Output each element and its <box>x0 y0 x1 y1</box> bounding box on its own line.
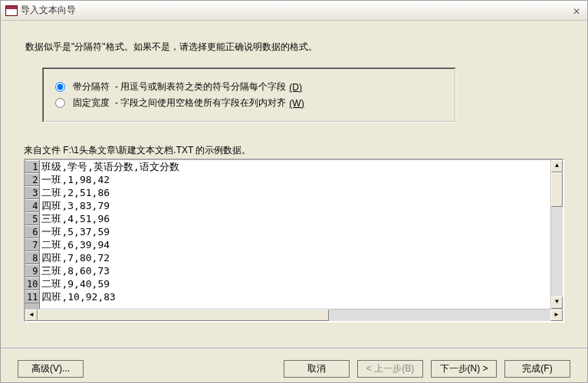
line-number: 6 <box>25 225 39 238</box>
instruction-text: 数据似乎是"分隔符"格式。如果不是，请选择更能正确说明数据的格式。 <box>25 41 564 54</box>
button-bar: 高级(V)... 取消 < 上一步(B) 下一步(N) > 完成(F) <box>1 349 587 382</box>
app-icon <box>5 5 18 16</box>
preview-line: 一班,1,98,42 <box>41 173 550 186</box>
line-number: 10 <box>25 277 39 290</box>
preview-line: 二班,6,39,94 <box>41 238 550 251</box>
scroll-left-icon[interactable]: ◄ <box>25 309 38 321</box>
preview-line: 二班,9,40,59 <box>41 277 550 290</box>
line-number: 5 <box>25 212 39 225</box>
titlebar: 导入文本向导 ⨉ <box>1 1 587 21</box>
vscroll-thumb[interactable] <box>551 172 563 207</box>
radio-delimited-input[interactable] <box>55 82 65 92</box>
line-number-gutter: 1234567891011 <box>25 160 40 309</box>
hscroll-track[interactable] <box>38 309 550 321</box>
source-file-label: 来自文件 F:\1头条文章\新建文本文档.TXT 的示例数据。 <box>24 144 564 157</box>
wizard-window: 导入文本向导 ⨉ 数据似乎是"分隔符"格式。如果不是，请选择更能正确说明数据的格… <box>0 0 588 383</box>
scroll-up-icon[interactable]: ▲ <box>551 160 563 172</box>
line-number: 9 <box>25 264 39 277</box>
scroll-down-icon[interactable]: ▼ <box>551 296 563 309</box>
preview-line: 四班,7,80,72 <box>41 251 550 264</box>
vertical-scrollbar[interactable]: ▲ ▼ <box>550 160 563 309</box>
line-number: 8 <box>25 251 39 264</box>
vscroll-track[interactable] <box>551 172 563 296</box>
line-number: 7 <box>25 238 39 251</box>
line-number: 1 <box>25 160 39 173</box>
data-preview: 1234567891011 班级,学号,英语分数,语文分数一班,1,98,42二… <box>24 159 564 322</box>
radio-fixed-input[interactable] <box>55 98 65 108</box>
line-number: 4 <box>25 199 39 212</box>
line-number: 11 <box>25 290 39 303</box>
finish-button[interactable]: 完成(F) <box>504 360 570 378</box>
close-icon[interactable]: ⨉ <box>570 4 583 17</box>
preview-body: 1234567891011 班级,学号,英语分数,语文分数一班,1,98,42二… <box>25 160 550 309</box>
back-button[interactable]: < 上一步(B) <box>357 360 423 378</box>
scroll-right-icon[interactable]: ► <box>550 309 563 321</box>
preview-line: 一班,5,37,59 <box>41 225 550 238</box>
next-button[interactable]: 下一步(N) > <box>431 360 497 378</box>
cancel-button[interactable]: 取消 <box>284 360 350 378</box>
window-title: 导入文本向导 <box>21 4 76 17</box>
preview-line: 二班,2,51,86 <box>41 186 550 199</box>
radio-fixed-desc: - 字段之间使用空格使所有字段在列内对齐 <box>115 97 286 110</box>
advanced-button[interactable]: 高级(V)... <box>18 360 84 378</box>
preview-line: 三班,8,60,73 <box>41 264 550 277</box>
radio-fixed-label: 固定宽度 <box>73 97 110 110</box>
preview-lines: 班级,学号,英语分数,语文分数一班,1,98,42二班,2,51,86四班,3,… <box>40 160 550 309</box>
preview-line: 四班,3,83,79 <box>41 199 550 212</box>
hscroll-thumb[interactable] <box>38 309 329 321</box>
radio-delimited-desc: - 用逗号或制表符之类的符号分隔每个字段 <box>115 80 286 93</box>
preview-line: 三班,4,51,96 <box>41 212 550 225</box>
content-area: 数据似乎是"分隔符"格式。如果不是，请选择更能正确说明数据的格式。 带分隔符 -… <box>1 21 587 349</box>
horizontal-scrollbar[interactable]: ◄ ► <box>25 309 563 321</box>
radio-fixed[interactable]: 固定宽度 - 字段之间使用空格使所有字段在列内对齐 (W) <box>55 97 443 110</box>
radio-delimited[interactable]: 带分隔符 - 用逗号或制表符之类的符号分隔每个字段 (D) <box>55 80 443 93</box>
radio-fixed-accel: (W) <box>289 98 304 109</box>
line-number: 2 <box>25 173 39 186</box>
format-option-group: 带分隔符 - 用逗号或制表符之类的符号分隔每个字段 (D) 固定宽度 - 字段之… <box>42 67 456 123</box>
radio-delimited-accel: (D) <box>289 82 302 93</box>
preview-line: 班级,学号,英语分数,语文分数 <box>41 160 550 173</box>
radio-delimited-label: 带分隔符 <box>73 80 110 93</box>
preview-line: 四班,10,92,83 <box>41 290 550 303</box>
line-number: 3 <box>25 186 39 199</box>
